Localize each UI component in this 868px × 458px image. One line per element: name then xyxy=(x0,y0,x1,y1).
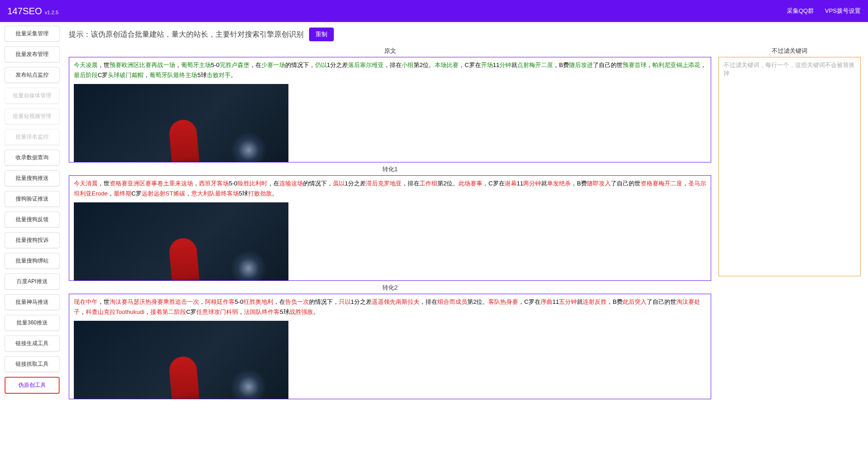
tip-text: 提示：该伪原创适合批量建站，量大的站长，主要针对搜索引擎原创识别 xyxy=(69,30,304,39)
panel-text-0: 今天凌晨，世预赛欧洲区比赛再战一场，葡萄牙主场5-0完胜卢森堡，在少赛一场的情况… xyxy=(74,60,706,80)
sidebar-item-6[interactable]: 收录数据查询 xyxy=(5,150,60,166)
sidebar-item-5: 批量排名监控 xyxy=(5,129,60,145)
panel-content-2[interactable]: 现在中午，世淘汰赛马瑟沃热身赛乘胜追击一次，阿根廷作客5-0狂胜奥地利，在告负一… xyxy=(69,294,711,399)
sidebar-item-2[interactable]: 发布站点监控 xyxy=(5,67,60,83)
sidebar-item-12[interactable]: 百度API推送 xyxy=(5,274,60,290)
sidebar-item-8[interactable]: 搜狗验证推送 xyxy=(5,191,60,207)
panel-title-0: 原文 xyxy=(69,47,711,55)
panel-text-2: 现在中午，世淘汰赛马瑟沃热身赛乘胜追击一次，阿根廷作客5-0狂胜奥地利，在告负一… xyxy=(74,297,706,317)
panel-title-2: 转化2 xyxy=(69,284,711,292)
panel-image-2 xyxy=(74,321,288,399)
panel-title-1: 转化1 xyxy=(69,165,711,173)
sidebar-item-1[interactable]: 批量发布管理 xyxy=(5,46,60,62)
sidebar-item-13[interactable]: 批量神马推送 xyxy=(5,294,60,310)
sidebar-item-0[interactable]: 批量采集管理 xyxy=(5,26,60,42)
sidebar: 批量采集管理批量发布管理发布站点监控批量自媒体管理批量短视频管理批量排名监控收录… xyxy=(0,22,64,408)
panel-box-1: 今天清晨，世资格赛亚洲区赛事卷土重来这场，西班牙客场5-0险胜比利时，在连输这场… xyxy=(69,175,711,281)
sidebar-item-3: 批量自媒体管理 xyxy=(5,88,60,104)
header-link-0[interactable]: 采集QQ群 xyxy=(787,7,814,15)
filter-title: 不过滤关键词 xyxy=(719,47,861,55)
header-link-1[interactable]: VPS拨号设置 xyxy=(825,7,861,15)
sidebar-item-11[interactable]: 批量搜狗绑站 xyxy=(5,253,60,269)
app-version: v1.2.5 xyxy=(45,10,59,15)
panels-column: 原文今天凌晨，世预赛欧洲区比赛再战一场，葡萄牙主场5-0完胜卢森堡，在少赛一场的… xyxy=(69,45,711,402)
panel-image-0 xyxy=(74,84,288,162)
reset-button[interactable]: 重制 xyxy=(309,28,334,41)
sidebar-item-4: 批量短视频管理 xyxy=(5,108,60,124)
main-content: 提示：该伪原创适合批量建站，量大的站长，主要针对搜索引擎原创识别 重制 原文今天… xyxy=(64,22,868,408)
panel-content-1[interactable]: 今天清晨，世资格赛亚洲区赛事卷土重来这场，西班牙客场5-0险胜比利时，在连输这场… xyxy=(69,176,711,280)
panel-box-2: 现在中午，世淘汰赛马瑟沃热身赛乘胜追击一次，阿根廷作客5-0狂胜奥地利，在告负一… xyxy=(69,294,711,399)
sidebar-item-7[interactable]: 批量搜狗推送 xyxy=(5,170,60,186)
sidebar-item-14[interactable]: 批量360推送 xyxy=(5,315,60,331)
sidebar-item-16[interactable]: 链接抓取工具 xyxy=(5,356,60,372)
sidebar-item-9[interactable]: 批量搜狗反馈 xyxy=(5,212,60,228)
panel-text-1: 今天清晨，世资格赛亚洲区赛事卷土重来这场，西班牙客场5-0险胜比利时，在连输这场… xyxy=(74,179,706,199)
sidebar-item-15[interactable]: 链接生成工具 xyxy=(5,335,60,352)
app-title: 147SEO xyxy=(7,6,42,17)
header-links: 采集QQ群VPS拨号设置 xyxy=(787,7,861,15)
filter-placeholder: 不过滤关键词，每行一个，这些关键词不会被替换掉 xyxy=(719,57,860,81)
panel-content-0[interactable]: 今天凌晨，世预赛欧洲区比赛再战一场，葡萄牙主场5-0完胜卢森堡，在少赛一场的情况… xyxy=(69,57,711,162)
panel-box-0: 今天凌晨，世预赛欧洲区比赛再战一场，葡萄牙主场5-0完胜卢森堡，在少赛一场的情况… xyxy=(69,57,711,162)
sidebar-item-17[interactable]: 伪原创工具 xyxy=(5,377,60,394)
app-header: 147SEO v1.2.5 采集QQ群VPS拨号设置 xyxy=(0,0,868,22)
panel-image-1 xyxy=(74,202,288,280)
sidebar-item-10[interactable]: 批量搜狗投诉 xyxy=(5,232,60,248)
filter-keywords-box[interactable]: 不过滤关键词，每行一个，这些关键词不会被替换掉 xyxy=(719,57,861,276)
